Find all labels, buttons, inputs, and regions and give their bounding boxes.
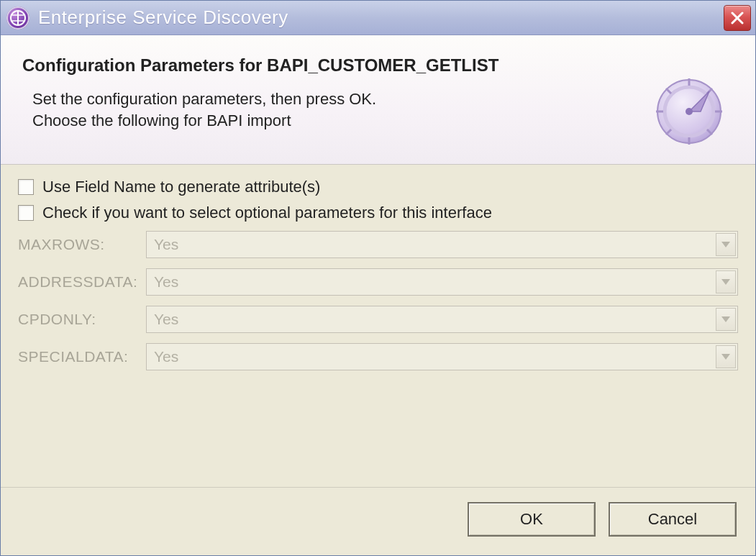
cancel-button[interactable]: Cancel (609, 502, 737, 537)
desc-line-2: Choose the following for BAPI import (32, 111, 291, 129)
window-title: Enterprise Service Discovery (38, 6, 724, 29)
combo-value: Yes (154, 236, 178, 253)
combo-maxrows: Yes (146, 231, 738, 258)
parameter-grid: MAXROWS: Yes ADDRESSDATA: Yes CPDONLY: Y… (18, 231, 738, 370)
close-button[interactable] (724, 5, 751, 31)
checkbox-label: Check if you want to select optional par… (42, 204, 492, 222)
svg-marker-19 (721, 316, 730, 322)
svg-marker-20 (721, 354, 730, 360)
checkbox-select-optional-params[interactable] (18, 205, 34, 221)
param-label-maxrows: MAXROWS: (18, 236, 146, 253)
checkbox-row-optional-params: Check if you want to select optional par… (18, 204, 738, 222)
chevron-down-icon (716, 270, 736, 293)
form-area: Use Field Name to generate attribute(s) … (1, 165, 755, 487)
chevron-down-icon (716, 233, 736, 256)
svg-marker-17 (721, 242, 730, 247)
compass-icon (653, 76, 725, 147)
combo-cpdonly: Yes (146, 306, 738, 333)
combo-specialdata: Yes (146, 343, 738, 370)
page-title: Configuration Parameters for BAPI_CUSTOM… (22, 55, 734, 76)
checkbox-label: Use Field Name to generate attribute(s) (42, 178, 320, 196)
svg-marker-18 (721, 279, 730, 285)
checkbox-use-field-name[interactable] (18, 179, 34, 195)
combo-value: Yes (154, 311, 178, 328)
svg-point-16 (686, 108, 693, 115)
chevron-down-icon (716, 345, 736, 368)
combo-addressdata: Yes (146, 268, 738, 296)
close-icon (730, 11, 744, 25)
titlebar: Enterprise Service Discovery (1, 1, 755, 35)
button-bar: OK Cancel (1, 487, 755, 555)
combo-value: Yes (154, 273, 178, 291)
combo-value: Yes (154, 348, 178, 365)
chevron-down-icon (716, 308, 736, 331)
param-label-specialdata: SPECIALDATA: (18, 348, 146, 365)
header-panel: Configuration Parameters for BAPI_CUSTOM… (1, 35, 755, 165)
checkbox-row-field-name: Use Field Name to generate attribute(s) (18, 178, 738, 196)
ok-button[interactable]: OK (468, 502, 596, 537)
dialog-window: Enterprise Service Discovery Configurati… (0, 0, 756, 556)
app-icon (6, 6, 29, 29)
param-label-cpdonly: CPDONLY: (18, 311, 146, 328)
param-label-addressdata: ADDRESSDATA: (18, 273, 146, 291)
page-description: Set the configuration parameters, then p… (22, 88, 583, 131)
desc-line-1: Set the configuration parameters, then p… (32, 90, 376, 108)
